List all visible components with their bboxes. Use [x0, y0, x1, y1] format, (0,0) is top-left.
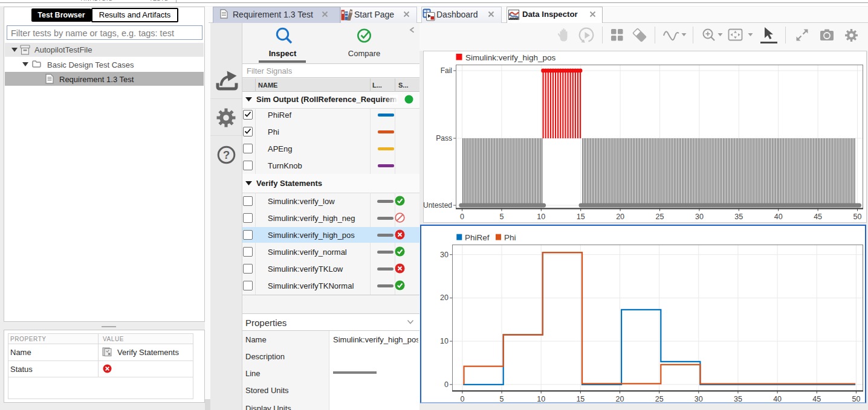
svg-text:40: 40 [774, 213, 783, 221]
svg-text:10: 10 [537, 213, 545, 221]
svg-text:45: 45 [814, 213, 822, 221]
svg-text:50: 50 [852, 395, 860, 403]
svg-text:5: 5 [500, 395, 504, 403]
svg-text:Fail: Fail [441, 66, 452, 75]
svg-text:20: 20 [616, 213, 624, 221]
svg-text:30: 30 [440, 251, 449, 259]
svg-text:10: 10 [440, 337, 449, 345]
svg-text:45: 45 [812, 395, 821, 403]
svg-text:?: ? [223, 149, 230, 161]
svg-text:Pass: Pass [436, 134, 452, 143]
svg-text:Simulink:verify_high_pos: Simulink:verify_high_pos [465, 53, 556, 62]
svg-text:50: 50 [853, 213, 862, 221]
svg-text:15: 15 [577, 213, 585, 221]
svg-text:35: 35 [734, 395, 742, 403]
svg-text:0: 0 [460, 395, 464, 403]
svg-text:20: 20 [616, 395, 624, 403]
svg-text:25: 25 [656, 213, 664, 221]
svg-text:PhiRef: PhiRef [465, 233, 490, 242]
svg-text:Untested: Untested [423, 201, 452, 210]
svg-text:Phi: Phi [504, 233, 516, 242]
svg-text:40: 40 [773, 395, 782, 403]
svg-text:0: 0 [444, 380, 449, 389]
svg-text:20: 20 [440, 293, 449, 302]
svg-text:0: 0 [460, 213, 464, 221]
svg-text:5: 5 [499, 213, 504, 221]
svg-text:25: 25 [655, 395, 664, 403]
svg-text:15: 15 [576, 395, 585, 403]
svg-text:35: 35 [734, 213, 743, 221]
svg-text:10: 10 [537, 395, 545, 403]
svg-text:30: 30 [695, 213, 704, 221]
svg-text:30: 30 [695, 395, 703, 403]
